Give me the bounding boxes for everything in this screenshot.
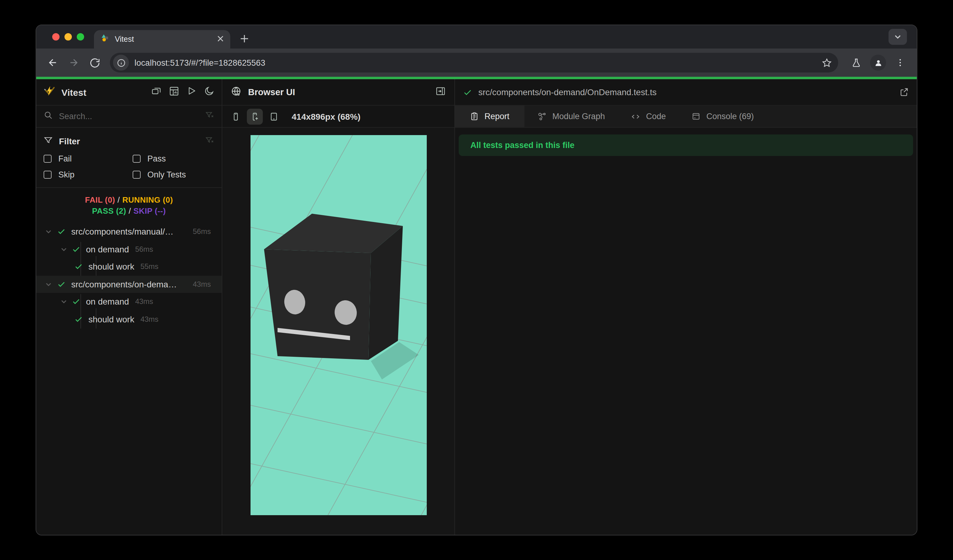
tab-strip: Vitest xyxy=(36,25,917,48)
close-window-button[interactable] xyxy=(52,33,60,40)
tab-report[interactable]: Report xyxy=(455,105,524,127)
reload-button[interactable] xyxy=(86,54,103,71)
browser-tab[interactable]: Vitest xyxy=(94,30,230,48)
device-phone-plus-button[interactable] xyxy=(247,109,263,124)
test-browser-viewport[interactable] xyxy=(250,135,427,515)
search-icon xyxy=(43,110,53,122)
chevron-down-icon[interactable] xyxy=(60,298,68,306)
tab-search-button[interactable] xyxy=(889,29,907,45)
test-file-row-selected[interactable]: src/components/on-dema… 43ms xyxy=(36,275,222,293)
fail-count: FAIL (0) xyxy=(85,195,115,205)
code-icon xyxy=(631,112,641,121)
module-graph-icon xyxy=(537,112,547,121)
browser-ui-panel: Browser UI 414x896px (68%) xyxy=(222,79,455,535)
window-controls xyxy=(52,33,84,40)
zoom-window-button[interactable] xyxy=(77,33,84,40)
vitest-logo-icon xyxy=(43,85,55,99)
report-panel: src/components/on-demand/OnDemand.test.t… xyxy=(455,79,917,535)
checkbox-icon[interactable] xyxy=(133,155,141,163)
checkbox-icon[interactable] xyxy=(43,155,51,163)
test-tree: src/components/manual/… 56ms on demand 5… xyxy=(36,223,222,535)
filter-section: Filter Fail Pass xyxy=(36,128,222,188)
desktop: Vitest localhost:5173/#/?file=1828625563 xyxy=(0,0,953,560)
chevron-down-icon[interactable] xyxy=(60,246,68,253)
profile-avatar[interactable] xyxy=(870,55,886,71)
device-phone-small-button[interactable] xyxy=(228,109,244,124)
pass-check-icon xyxy=(72,298,81,306)
test-case-row[interactable]: should work 43ms xyxy=(36,310,222,328)
site-info-icon[interactable] xyxy=(113,55,129,71)
chevron-down-icon[interactable] xyxy=(45,228,52,236)
chevron-down-icon[interactable] xyxy=(45,281,52,288)
file-pass-check-icon xyxy=(463,87,472,97)
tab-code[interactable]: Code xyxy=(618,105,679,127)
checkbox-icon[interactable] xyxy=(133,171,141,179)
back-button[interactable] xyxy=(44,54,61,71)
url-text[interactable]: localhost:5173/#/?file=1828625563 xyxy=(135,58,818,67)
all-tests-passed-banner: All tests passed in this file xyxy=(459,135,913,156)
run-all-icon[interactable] xyxy=(187,86,197,98)
device-toolbar: 414x896px (68%) xyxy=(222,105,455,128)
duration: 56ms xyxy=(135,245,153,254)
new-tab-button[interactable] xyxy=(236,31,252,47)
forward-button[interactable] xyxy=(65,54,82,71)
app-title: Vitest xyxy=(61,87,145,97)
test-file-row[interactable]: src/components/manual/… 56ms xyxy=(36,223,222,240)
browser-toolbar: localhost:5173/#/?file=1828625563 xyxy=(36,48,917,77)
report-clipboard-icon xyxy=(470,112,479,121)
filter-checkbox-only-tests[interactable]: Only Tests xyxy=(133,170,214,179)
viewport-size-label: 414x896px (68%) xyxy=(292,112,360,121)
open-external-icon[interactable] xyxy=(899,87,909,97)
tab-console[interactable]: Console (69) xyxy=(679,105,767,127)
globe-icon xyxy=(231,86,241,99)
filter-checkbox-pass[interactable]: Pass xyxy=(133,154,214,163)
filter-checkbox-skip[interactable]: Skip xyxy=(43,170,133,179)
bookmark-star-icon[interactable] xyxy=(818,55,835,71)
pass-count: PASS (2) xyxy=(92,206,126,216)
browser-preview-area xyxy=(222,128,455,535)
collapse-panel-right-icon[interactable] xyxy=(435,86,446,99)
device-tablet-button[interactable] xyxy=(266,109,282,124)
running-count: RUNNING (0) xyxy=(122,195,173,205)
clear-filters-icon[interactable] xyxy=(205,135,214,147)
dashboard-icon[interactable] xyxy=(169,86,179,99)
pass-check-icon xyxy=(74,315,83,324)
filter-checkbox-fail[interactable]: Fail xyxy=(43,154,133,163)
dark-mode-moon-icon[interactable] xyxy=(204,86,214,99)
duration: 43ms xyxy=(135,298,153,306)
experiments-flask-icon[interactable] xyxy=(847,54,865,71)
report-tab-bar: Report Module Graph Code xyxy=(455,105,917,128)
duration: 43ms xyxy=(193,280,211,289)
test-summary: FAIL (0)/RUNNING (0) PASS (2)/SKIP (--) xyxy=(36,188,222,223)
collapse-panels-icon[interactable] xyxy=(151,86,161,99)
funnel-icon xyxy=(43,135,53,147)
clear-search-filter-icon[interactable] xyxy=(205,110,214,122)
checkbox-icon[interactable] xyxy=(43,171,51,179)
test-suite-row[interactable]: on demand 56ms xyxy=(36,240,222,258)
minimize-window-button[interactable] xyxy=(64,33,72,40)
search-input[interactable] xyxy=(59,112,199,121)
tab-module-graph[interactable]: Module Graph xyxy=(524,105,618,127)
test-suite-row[interactable]: on demand 43ms xyxy=(36,293,222,310)
duration: 43ms xyxy=(140,315,158,324)
filter-title: Filter xyxy=(59,137,199,146)
tab-title: Vitest xyxy=(115,35,212,43)
test-file-path: src/components/on-demand/OnDemand.test.t… xyxy=(478,87,893,97)
console-icon xyxy=(692,112,701,121)
pass-check-icon xyxy=(72,245,81,254)
vitest-favicon-icon xyxy=(100,33,110,45)
browser-menu-icon[interactable] xyxy=(892,54,909,71)
report-content: All tests passed in this file xyxy=(455,128,917,535)
panel-title: Browser UI xyxy=(248,87,428,97)
pass-check-icon xyxy=(74,262,83,271)
test-explorer-sidebar: Vitest xyxy=(36,79,222,535)
address-bar[interactable]: localhost:5173/#/?file=1828625563 xyxy=(110,53,838,73)
browser-window: Vitest localhost:5173/#/?file=1828625563 xyxy=(36,25,917,535)
test-case-row[interactable]: should work 55ms xyxy=(36,258,222,275)
pass-check-icon xyxy=(57,280,66,289)
pass-check-icon xyxy=(57,228,66,236)
progress-accent-bar xyxy=(36,77,917,79)
duration: 56ms xyxy=(193,228,211,236)
duration: 55ms xyxy=(140,262,158,271)
tab-close-icon[interactable] xyxy=(217,34,224,45)
